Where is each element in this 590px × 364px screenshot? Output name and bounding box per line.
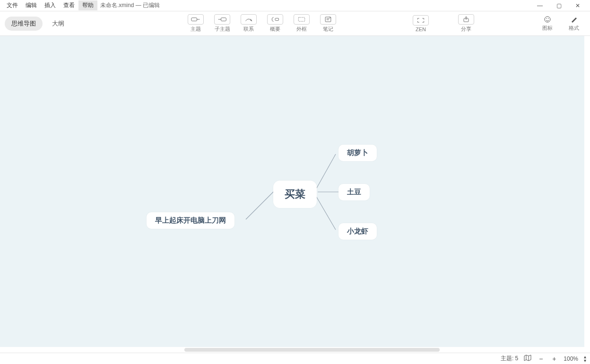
title-sep: — bbox=[134, 2, 143, 9]
tool-summary-label: 概要 bbox=[270, 26, 280, 33]
svg-line-15 bbox=[316, 154, 336, 190]
tool-relation[interactable]: 联系 bbox=[237, 13, 260, 35]
tool-topic[interactable]: 主题 bbox=[184, 13, 207, 35]
svg-point-11 bbox=[545, 17, 550, 22]
menu-help[interactable]: 帮助 bbox=[78, 0, 97, 10]
tool-icons-label: 图标 bbox=[542, 25, 553, 32]
tool-share-label: 分享 bbox=[461, 26, 471, 33]
tool-note[interactable]: 笔记 bbox=[317, 13, 339, 35]
summary-icon bbox=[267, 14, 283, 25]
scrollbar-thumb[interactable] bbox=[184, 348, 440, 352]
tab-outline[interactable]: 大纲 bbox=[45, 17, 71, 31]
svg-line-17 bbox=[316, 196, 336, 230]
boundary-icon bbox=[294, 14, 310, 25]
svg-rect-4 bbox=[275, 18, 279, 21]
zoom-stepper[interactable]: ▴▾ bbox=[584, 355, 586, 363]
tool-summary[interactable]: 概要 bbox=[264, 13, 286, 35]
canvas-area: 早上起床开电脑上刀网 买菜 胡萝卜 土豆 小龙虾 bbox=[0, 36, 590, 353]
maximize-button[interactable]: ▢ bbox=[549, 2, 568, 9]
view-toggle: 思维导图 大纲 bbox=[5, 17, 71, 31]
zoom-level[interactable]: 100% bbox=[564, 355, 578, 362]
node-child-1[interactable]: 土豆 bbox=[338, 184, 370, 200]
svg-point-12 bbox=[546, 18, 547, 19]
tool-icons[interactable]: 图标 bbox=[536, 13, 559, 35]
node-child-0[interactable]: 胡萝卜 bbox=[338, 145, 377, 161]
svg-rect-0 bbox=[191, 18, 197, 21]
menu-file[interactable]: 文件 bbox=[3, 0, 22, 10]
tool-subtopic-label: 子主题 bbox=[215, 26, 230, 33]
node-root[interactable]: 早上起床开电脑上刀网 bbox=[147, 212, 234, 229]
tool-share[interactable]: 分享 bbox=[453, 13, 479, 35]
node-central[interactable]: 买菜 bbox=[273, 181, 317, 208]
edit-status: 已编辑 bbox=[143, 2, 160, 9]
tool-group-far: 图标 格式 bbox=[536, 13, 585, 35]
subtopic-icon bbox=[214, 14, 230, 25]
scrollbar-vertical[interactable] bbox=[584, 36, 590, 347]
statusbar: 主题: 5 − + 100% ▴▾ bbox=[0, 353, 590, 364]
tool-note-label: 笔记 bbox=[323, 26, 333, 33]
tool-group-main: 主题 子主题 联系 概要 外框 笔记 bbox=[184, 13, 339, 35]
menu-view[interactable]: 查看 bbox=[60, 0, 78, 10]
tool-zen[interactable]: ZEN bbox=[408, 13, 434, 35]
share-icon bbox=[458, 14, 474, 25]
close-button[interactable]: ✕ bbox=[568, 2, 587, 9]
tool-format[interactable]: 格式 bbox=[563, 13, 585, 35]
zoom-out-button[interactable]: − bbox=[537, 355, 545, 363]
tool-group-right2: 分享 bbox=[453, 13, 479, 35]
minimap-icon[interactable] bbox=[524, 355, 531, 363]
zoom-in-button[interactable]: + bbox=[550, 355, 558, 363]
toolbar: 思维导图 大纲 主题 子主题 联系 概要 外框 笔记 bbox=[0, 11, 590, 36]
topic-icon bbox=[188, 14, 204, 25]
minimize-button[interactable]: — bbox=[530, 2, 549, 9]
svg-line-14 bbox=[246, 191, 274, 219]
svg-point-13 bbox=[548, 18, 549, 19]
tool-zen-label: ZEN bbox=[416, 26, 426, 32]
menubar: 文件 编辑 插入 查看 帮助 未命名.xmind — 已编辑 — ▢ ✕ bbox=[0, 0, 590, 11]
node-child-2[interactable]: 小龙虾 bbox=[338, 223, 377, 240]
zen-icon bbox=[413, 15, 429, 26]
svg-rect-3 bbox=[221, 18, 226, 21]
tool-group-right1: ZEN bbox=[408, 13, 434, 35]
tool-subtopic[interactable]: 子主题 bbox=[211, 13, 234, 35]
note-icon bbox=[320, 14, 336, 25]
tool-boundary-label: 外框 bbox=[296, 26, 307, 33]
tool-boundary[interactable]: 外框 bbox=[290, 13, 313, 35]
svg-rect-5 bbox=[298, 17, 304, 21]
tool-relation-label: 联系 bbox=[243, 26, 254, 33]
tab-mindmap[interactable]: 思维导图 bbox=[5, 17, 43, 31]
menu-edit[interactable]: 编辑 bbox=[22, 0, 41, 10]
relation-icon bbox=[241, 14, 257, 25]
topics-label: 主题: 5 bbox=[501, 355, 518, 363]
tool-format-label: 格式 bbox=[569, 25, 579, 32]
menu-insert[interactable]: 插入 bbox=[41, 0, 60, 10]
mindmap-canvas[interactable]: 早上起床开电脑上刀网 买菜 胡萝卜 土豆 小龙虾 bbox=[0, 36, 584, 347]
tool-topic-label: 主题 bbox=[191, 26, 201, 33]
smiley-icon bbox=[542, 15, 553, 24]
brush-icon bbox=[569, 15, 579, 24]
window-title: 未命名.xmind — 已编辑 bbox=[100, 1, 160, 9]
filename: 未命名.xmind bbox=[100, 2, 134, 9]
scrollbar-horizontal[interactable] bbox=[0, 347, 584, 353]
